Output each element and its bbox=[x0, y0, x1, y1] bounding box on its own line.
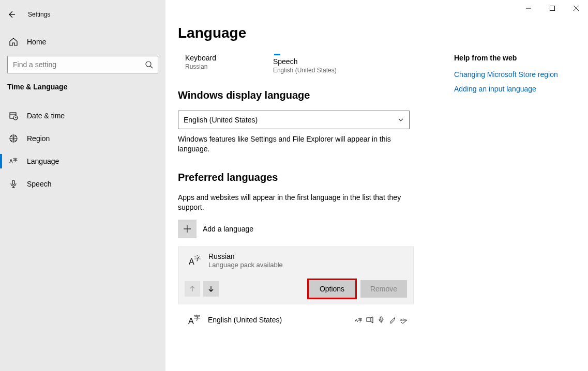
speech-card-accent bbox=[274, 54, 280, 55]
home-icon bbox=[8, 37, 19, 47]
add-language-label: Add a language bbox=[203, 225, 253, 233]
svg-text:A: A bbox=[9, 159, 13, 164]
sidebar-item-date-time[interactable]: Date & time bbox=[0, 104, 165, 127]
page-title: Language bbox=[178, 25, 436, 41]
maximize-button[interactable] bbox=[540, 0, 564, 17]
options-button-label: Options bbox=[320, 285, 344, 293]
help-link-input-language[interactable]: Adding an input language bbox=[454, 85, 558, 93]
spellcheck-badge-icon: abc bbox=[400, 316, 408, 323]
options-button[interactable]: Options bbox=[309, 280, 355, 298]
help-heading: Help from the web bbox=[454, 54, 558, 62]
speech-card[interactable]: Speech English (United States) bbox=[273, 54, 337, 74]
close-button[interactable] bbox=[564, 0, 588, 17]
sidebar-item-label: Region bbox=[27, 134, 50, 143]
back-button[interactable] bbox=[0, 4, 23, 25]
add-language-button[interactable]: Add a language bbox=[178, 220, 436, 238]
help-link-store-region[interactable]: Changing Microsoft Store region bbox=[454, 70, 558, 79]
speech-card-label: Speech bbox=[273, 57, 337, 66]
sidebar-home[interactable]: Home bbox=[0, 31, 165, 53]
svg-rect-6 bbox=[12, 180, 14, 184]
display-language-select[interactable]: English (United States) bbox=[178, 111, 410, 129]
language-item-sub: Language pack available bbox=[208, 261, 283, 269]
sidebar-group-title: Time & Language bbox=[0, 73, 165, 96]
microphone-icon bbox=[8, 179, 19, 189]
search-input-wrap[interactable] bbox=[7, 56, 158, 73]
move-down-button[interactable] bbox=[203, 281, 219, 297]
sidebar-item-region[interactable]: Region bbox=[0, 127, 165, 150]
sidebar-item-label: Language bbox=[27, 157, 59, 165]
preferred-languages-heading: Preferred languages bbox=[178, 172, 436, 183]
sidebar-item-label: Speech bbox=[27, 180, 51, 188]
language-item-english[interactable]: A字 English (United States) A字 abc bbox=[178, 310, 414, 330]
svg-rect-13 bbox=[367, 318, 371, 321]
preferred-languages-desc: Apps and websites will appear in the fir… bbox=[178, 193, 405, 212]
svg-text:字: 字 bbox=[13, 158, 18, 163]
svg-text:字: 字 bbox=[194, 314, 200, 321]
svg-rect-7 bbox=[550, 6, 555, 11]
sidebar-home-label: Home bbox=[27, 38, 46, 46]
text-to-speech-badge-icon bbox=[366, 316, 373, 323]
sidebar-item-speech[interactable]: Speech bbox=[0, 173, 165, 195]
svg-text:字: 字 bbox=[194, 255, 201, 262]
search-icon bbox=[140, 60, 158, 69]
language-item-russian[interactable]: A字 Russian Language pack available bbox=[178, 246, 414, 304]
sidebar-item-language[interactable]: A字 Language bbox=[0, 150, 165, 173]
display-language-desc: Windows features like Settings and File … bbox=[178, 134, 405, 154]
chevron-down-icon bbox=[398, 117, 404, 123]
svg-text:A: A bbox=[189, 257, 194, 266]
calendar-clock-icon bbox=[8, 111, 19, 120]
svg-point-0 bbox=[146, 61, 151, 67]
language-icon: A字 bbox=[8, 157, 19, 166]
remove-button[interactable]: Remove bbox=[360, 280, 407, 298]
language-icon: A字 bbox=[185, 253, 205, 268]
speech-card-sub: English (United States) bbox=[273, 67, 337, 74]
display-language-heading: Windows display language bbox=[178, 89, 436, 101]
search-input[interactable] bbox=[8, 60, 140, 69]
language-item-name: English (United States) bbox=[208, 316, 282, 324]
handwriting-badge-icon bbox=[389, 316, 396, 323]
svg-text:A字: A字 bbox=[355, 318, 362, 323]
sidebar-item-label: Date & time bbox=[27, 112, 65, 120]
language-item-name: Russian bbox=[208, 252, 283, 260]
display-language-value: English (United States) bbox=[184, 116, 258, 124]
move-up-button[interactable] bbox=[185, 281, 200, 297]
keyboard-card-label: Keyboard bbox=[185, 54, 216, 62]
minimize-button[interactable] bbox=[517, 0, 540, 17]
globe-icon bbox=[8, 134, 19, 143]
svg-text:abc: abc bbox=[400, 317, 407, 322]
display-language-badge-icon: A字 bbox=[355, 316, 362, 323]
language-icon: A字 bbox=[184, 313, 205, 327]
svg-rect-14 bbox=[380, 317, 382, 320]
keyboard-card[interactable]: Keyboard Russian bbox=[185, 54, 216, 74]
window-title: Settings bbox=[28, 11, 50, 18]
svg-text:A: A bbox=[188, 317, 194, 326]
keyboard-card-sub: Russian bbox=[185, 63, 216, 70]
remove-button-label: Remove bbox=[370, 285, 397, 293]
plus-icon bbox=[178, 220, 197, 238]
speech-recognition-badge-icon bbox=[378, 316, 385, 323]
